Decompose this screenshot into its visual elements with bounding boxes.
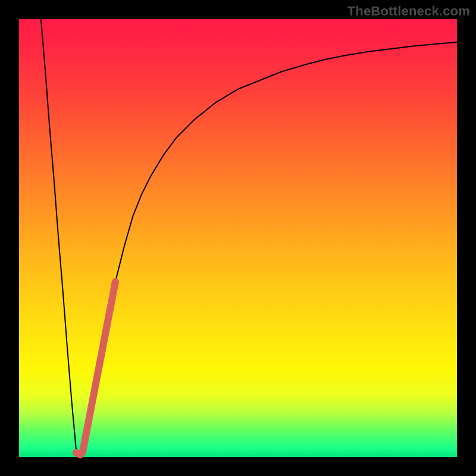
chart-svg: [19, 19, 457, 457]
series-bottleneck-curve: [41, 19, 457, 457]
series-group: [41, 19, 457, 457]
chart-frame: TheBottleneck.com: [0, 0, 476, 476]
watermark-text: TheBottleneck.com: [347, 4, 470, 19]
series-highlight-dot: [76, 453, 80, 455]
series-highlight-segment: [83, 282, 115, 453]
